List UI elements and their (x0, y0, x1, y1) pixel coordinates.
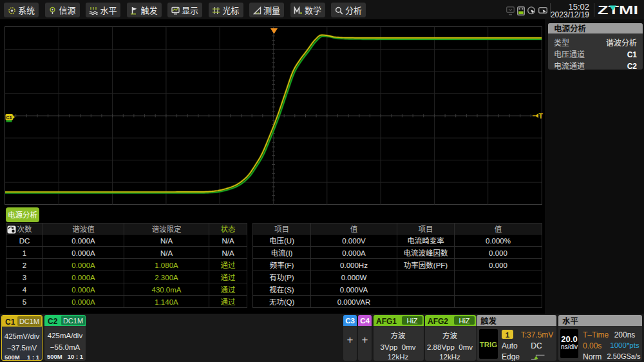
svg-text:T: T (539, 112, 544, 120)
svg-text:C1: C1 (6, 115, 12, 120)
svg-text:ZTMI: ZTMI (598, 4, 638, 17)
